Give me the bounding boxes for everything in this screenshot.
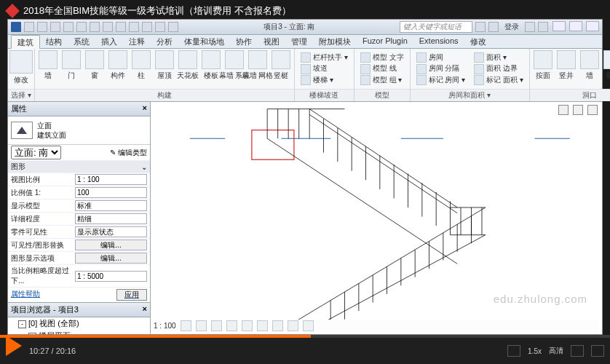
ribbon-item[interactable]: 竖井 xyxy=(555,50,577,81)
tab-注释[interactable]: 注释 xyxy=(123,35,151,48)
lock-3d-icon[interactable] xyxy=(272,320,283,331)
nav-wheel-icon[interactable] xyxy=(573,105,583,115)
crop-view-icon[interactable] xyxy=(242,320,253,331)
ribbon-item[interactable]: 屋顶 xyxy=(154,50,175,81)
tab-插入[interactable]: 插入 xyxy=(95,35,123,48)
tab-体量和场地[interactable]: 体量和场地 xyxy=(178,35,230,48)
tab-修改[interactable]: 修改 xyxy=(464,35,492,48)
qat-dropdown-icon[interactable] xyxy=(168,22,178,32)
tab-建筑[interactable]: 建筑 xyxy=(11,35,40,49)
qat-align-icon[interactable] xyxy=(103,22,113,32)
view-max-icon[interactable] xyxy=(587,105,598,115)
modify-tool[interactable]: 修改 xyxy=(10,50,32,85)
ribbon-item[interactable]: 墙 xyxy=(37,50,59,81)
ribbon-item[interactable]: 模型 线 xyxy=(360,63,404,74)
prop-value-input[interactable] xyxy=(75,226,147,237)
tab-Fuzor Plugin[interactable]: Fuzor Plugin xyxy=(357,35,413,48)
signin-link[interactable]: 登录 xyxy=(504,22,519,32)
tree-node[interactable]: -[0] 视图 (全部) xyxy=(18,317,150,330)
project-browser-tree[interactable]: -[0] 视图 (全部)+楼层平面+天花板平面+三维视图-立面 (建筑立面)东北… xyxy=(8,317,150,334)
tab-结构[interactable]: 结构 xyxy=(40,35,68,48)
favorite-icon[interactable] xyxy=(488,22,499,32)
maximize-button[interactable] xyxy=(569,21,582,31)
properties-close-icon[interactable]: × xyxy=(143,103,147,114)
help-icon[interactable] xyxy=(538,22,548,32)
tab-系统[interactable]: 系统 xyxy=(68,35,95,48)
ribbon-item[interactable]: 房间 xyxy=(416,52,466,63)
ribbon-item[interactable]: 面积 ▾ xyxy=(474,52,523,63)
ribbon-item[interactable]: 标记 面积 ▾ xyxy=(474,74,523,85)
ribbon-item[interactable]: 坡道 xyxy=(301,63,348,74)
apply-button[interactable]: 应用 xyxy=(116,289,147,301)
fullscreen-icon[interactable] xyxy=(591,345,604,357)
tab-分析[interactable]: 分析 xyxy=(151,35,178,48)
qat-section-icon[interactable] xyxy=(116,22,126,32)
ribbon-item[interactable]: 房间 分隔 xyxy=(416,63,466,74)
ribbon-item[interactable]: 构件 xyxy=(107,50,129,81)
prop-edit-button[interactable]: 编辑... xyxy=(75,240,147,250)
prop-value-input[interactable] xyxy=(75,187,147,198)
speed-button[interactable]: 1.5x xyxy=(528,347,542,355)
help-search-input[interactable]: 键入关键字或短语 xyxy=(400,21,472,33)
drawing-canvas[interactable]: edu.zhulong.com 1 : 100 xyxy=(151,102,602,334)
visual-style-icon[interactable] xyxy=(196,320,207,331)
prop-edit-button[interactable]: 编辑... xyxy=(75,253,147,264)
app-menu-icon[interactable] xyxy=(11,22,21,32)
properties-help-link[interactable]: 属性帮助 xyxy=(11,289,40,301)
qat-print-icon[interactable] xyxy=(76,22,87,32)
browser-close-icon[interactable]: × xyxy=(143,304,147,315)
exchange-icon[interactable] xyxy=(525,22,535,32)
ribbon-item[interactable]: 模型 文字 xyxy=(360,52,404,63)
ribbon-item[interactable]: 窗 xyxy=(84,50,106,81)
subscription-icon[interactable] xyxy=(475,22,486,32)
qat-measure-icon[interactable] xyxy=(90,22,100,32)
volume-icon[interactable] xyxy=(507,345,520,357)
sun-path-icon[interactable] xyxy=(211,320,222,331)
qat-switch-icon[interactable] xyxy=(155,22,165,32)
ribbon-item[interactable]: 楼梯 ▾ xyxy=(301,74,348,85)
minimize-button[interactable] xyxy=(552,21,566,31)
ribbon-item[interactable]: 墙 xyxy=(579,50,601,81)
reveal-hidden-icon[interactable] xyxy=(303,320,314,331)
ribbon-item[interactable]: 栏杆扶手 ▾ xyxy=(301,52,348,63)
play-button[interactable] xyxy=(6,336,22,356)
ribbon-item[interactable]: 按面 xyxy=(532,50,554,81)
quality-button[interactable]: 高清 xyxy=(549,346,563,356)
tab-附加模块[interactable]: 附加模块 xyxy=(313,35,357,48)
ribbon-item[interactable]: 柱 xyxy=(130,50,152,81)
ribbon-item[interactable]: 垂直 xyxy=(602,50,610,81)
ribbon-item[interactable]: 模型 组 ▾ xyxy=(360,74,404,85)
type-selector[interactable]: 立面 建筑立面 xyxy=(8,116,150,145)
qat-redo-icon[interactable] xyxy=(63,22,74,32)
crop-region-icon[interactable] xyxy=(257,320,268,331)
qat-close-icon[interactable] xyxy=(142,22,152,32)
qat-undo-icon[interactable] xyxy=(50,22,60,32)
shadows-icon[interactable] xyxy=(226,320,237,331)
settings-icon[interactable] xyxy=(571,345,584,357)
ribbon-item[interactable]: 天花板 xyxy=(177,50,199,81)
qat-thin-icon[interactable] xyxy=(129,22,139,32)
prop-value-input[interactable] xyxy=(75,200,147,211)
prop-value-input[interactable] xyxy=(75,271,147,282)
temp-hide-icon[interactable] xyxy=(288,320,298,331)
tab-管理[interactable]: 管理 xyxy=(285,35,313,48)
progress-bar[interactable] xyxy=(0,335,610,338)
tree-node[interactable]: +楼层平面 xyxy=(28,330,150,334)
qat-save-icon[interactable] xyxy=(37,22,47,32)
close-button[interactable] xyxy=(586,21,599,31)
prop-value-input[interactable] xyxy=(75,174,147,185)
instance-selector[interactable]: 立面: 南 xyxy=(11,146,61,159)
qat-open-icon[interactable] xyxy=(24,22,34,32)
ribbon-item[interactable]: 标记 房间 ▾ xyxy=(416,74,466,85)
tab-视图[interactable]: 视图 xyxy=(258,35,285,48)
tab-Extensions[interactable]: Extensions xyxy=(413,35,464,48)
view-cube-icon[interactable] xyxy=(558,105,569,115)
detail-level-icon[interactable] xyxy=(181,320,191,331)
ribbon-item[interactable]: 门 xyxy=(60,50,82,81)
tab-协作[interactable]: 协作 xyxy=(230,35,258,48)
edit-type-button[interactable]: ✎ 编辑类型 xyxy=(110,149,147,157)
view-scale[interactable]: 1 : 100 xyxy=(154,322,176,330)
ribbon-item[interactable]: 幕墙 网格 xyxy=(247,50,269,81)
ribbon-item[interactable]: 面积 边界 xyxy=(474,63,523,74)
ribbon-item[interactable]: 竖梃 xyxy=(270,50,292,81)
